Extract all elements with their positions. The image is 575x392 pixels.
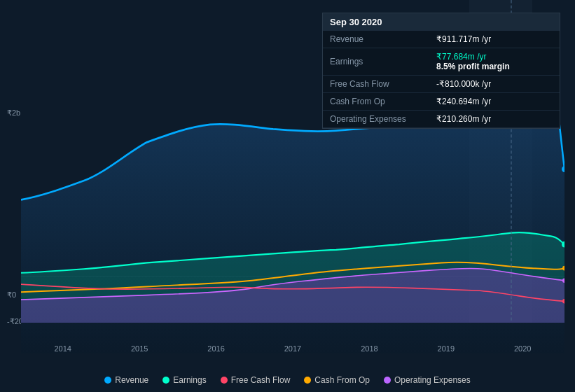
tooltip-header: Sep 30 2020: [323, 13, 560, 31]
legend: Revenue Earnings Free Cash Flow Cash Fro…: [0, 375, 575, 385]
tooltip-row-cashfromop: Cash From Op ₹240.694m /yr: [323, 93, 560, 111]
legend-item-fcf[interactable]: Free Cash Flow: [221, 375, 291, 385]
legend-label-cashfromop: Cash From Op: [314, 375, 370, 385]
legend-label-fcf: Free Cash Flow: [231, 375, 291, 385]
tooltip-table: Revenue ₹911.717m /yr Earnings ₹77.684m …: [323, 31, 560, 128]
legend-label-earnings: Earnings: [173, 375, 206, 385]
legend-dot-cashfromop: [304, 377, 311, 384]
x-label-2015: 2015: [131, 344, 148, 353]
y-label-mid: ₹0: [7, 290, 16, 300]
y-label-top: ₹2b: [7, 108, 20, 118]
x-label-2019: 2019: [438, 344, 455, 353]
legend-dot-opex: [384, 377, 391, 384]
x-label-2016: 2016: [207, 344, 224, 353]
legend-item-opex[interactable]: Operating Expenses: [384, 375, 471, 385]
tooltip-label-cashfromop: Cash From Op: [323, 93, 429, 111]
tooltip-value-earnings: ₹77.684m /yr 8.5% profit margin: [429, 48, 560, 76]
tooltip-row-opex: Operating Expenses ₹210.260m /yr: [323, 111, 560, 128]
tooltip-row-earnings: Earnings ₹77.684m /yr 8.5% profit margin: [323, 48, 560, 76]
legend-dot-revenue: [104, 377, 111, 384]
legend-dot-earnings: [162, 377, 169, 384]
tooltip-row-revenue: Revenue ₹911.717m /yr: [323, 31, 560, 48]
tooltip-value-cashfromop: ₹240.694m /yr: [429, 93, 560, 111]
tooltip-box: Sep 30 2020 Revenue ₹911.717m /yr Earnin…: [322, 13, 560, 129]
legend-item-cashfromop[interactable]: Cash From Op: [304, 375, 370, 385]
legend-label-opex: Operating Expenses: [394, 375, 471, 385]
tooltip-value-revenue: ₹911.717m /yr: [429, 31, 560, 48]
tooltip-label-revenue: Revenue: [323, 31, 429, 48]
legend-dot-fcf: [221, 377, 228, 384]
x-label-2020: 2020: [514, 344, 531, 353]
tooltip-label-earnings: Earnings: [323, 48, 429, 76]
x-label-2014: 2014: [54, 344, 71, 353]
x-label-2018: 2018: [361, 344, 377, 353]
tooltip-label-fcf: Free Cash Flow: [323, 76, 429, 93]
tooltip-value-opex: ₹210.260m /yr: [429, 111, 560, 128]
legend-item-revenue[interactable]: Revenue: [104, 375, 148, 385]
x-label-2017: 2017: [284, 344, 301, 353]
legend-label-revenue: Revenue: [115, 375, 148, 385]
x-axis-labels: 2014 2015 2016 2017 2018 2019 2020: [0, 344, 575, 353]
tooltip-row-fcf: Free Cash Flow -₹810.000k /yr: [323, 76, 560, 93]
tooltip-label-opex: Operating Expenses: [323, 111, 429, 128]
chart-area: Sep 30 2020 Revenue ₹911.717m /yr Earnin…: [0, 0, 575, 392]
tooltip-value-fcf: -₹810.000k /yr: [429, 76, 560, 93]
legend-item-earnings[interactable]: Earnings: [162, 375, 206, 385]
